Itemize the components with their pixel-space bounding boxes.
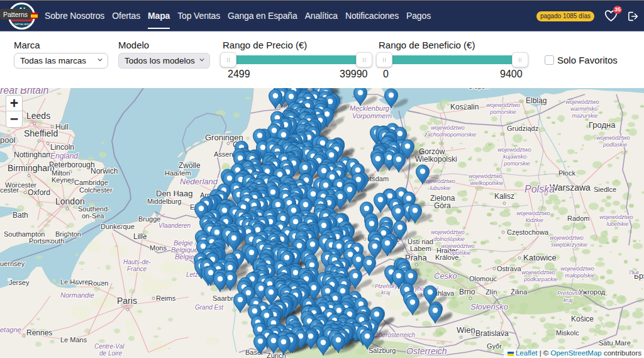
svg-text:Birmingham: Birmingham: [8, 163, 55, 173]
svg-text:Lincoln: Lincoln: [50, 143, 74, 152]
svg-text:podkarpackie: podkarpackie: [523, 276, 558, 282]
svg-text:województwo: województwo: [441, 243, 475, 249]
svg-text:Sheffield: Sheffield: [24, 128, 58, 138]
svg-text:województwo: województwo: [469, 173, 502, 179]
svg-text:Peterborough: Peterborough: [49, 160, 95, 169]
svg-text:Rouen: Rouen: [88, 279, 108, 287]
svg-text:Kalisz: Kalisz: [494, 192, 514, 201]
svg-text:opolskie: opolskie: [450, 250, 470, 256]
svg-text:świętokrzyskie: świętokrzyskie: [551, 242, 587, 248]
svg-text:Warszawa: Warszawa: [550, 182, 591, 193]
svg-text:Льв: Льв: [628, 269, 639, 276]
svg-text:Košice: Košice: [571, 315, 594, 323]
svg-text:Góra: Góra: [434, 201, 451, 210]
svg-text:Elbląg: Elbląg: [526, 96, 547, 105]
svg-text:Colchester: Colchester: [79, 186, 113, 194]
svg-text:Nederland: Nederland: [180, 177, 218, 186]
svg-text:Le Mans: Le Mans: [60, 336, 87, 344]
svg-text:Oxford: Oxford: [28, 188, 50, 197]
svg-text:de Loire: de Loire: [99, 350, 123, 357]
svg-text:Radom: Radom: [567, 215, 589, 222]
svg-text:Płock: Płock: [558, 169, 575, 177]
svg-text:Den Haag: Den Haag: [156, 189, 193, 198]
svg-text:Zlín: Zlín: [486, 288, 497, 296]
svg-text:mazurskie: mazurskie: [572, 113, 597, 119]
svg-text:Lille: Lille: [133, 232, 147, 241]
svg-text:Le Havre: Le Havre: [60, 278, 89, 286]
svg-text:łódzkie: łódzkie: [526, 217, 543, 223]
svg-text:Hauts-de-: Hauts-de-: [123, 259, 152, 266]
svg-text:województwo: województwo: [596, 135, 630, 141]
svg-text:Polska: Polska: [525, 184, 555, 194]
svg-text:województwo: województwo: [431, 229, 465, 235]
svg-text:Siedlce: Siedlce: [594, 186, 616, 193]
svg-text:wielkopolskie: wielkopolskie: [470, 180, 503, 186]
svg-text:Česko: Česko: [434, 271, 457, 281]
svg-text:etagne: etagne: [0, 326, 21, 333]
svg-text:Vlaanderen: Vlaanderen: [158, 222, 191, 229]
svg-text:Nottingham: Nottingham: [14, 150, 52, 159]
svg-text:lubelskie: lubelskie: [606, 221, 628, 227]
svg-text:województwo: województwo: [497, 147, 531, 153]
svg-text:Bath: Bath: [13, 211, 28, 220]
svg-text:uernsey: uernsey: [0, 260, 25, 267]
svg-text:Olomouc: Olomouc: [469, 275, 497, 282]
svg-text:Zwolle: Zwolle: [179, 161, 201, 170]
svg-text:Grudziądz: Grudziądz: [507, 125, 538, 132]
svg-text:Žilina: Žilina: [511, 288, 528, 296]
svg-text:Grand Est: Grand Est: [195, 304, 224, 311]
svg-text:Katowice: Katowice: [523, 253, 557, 262]
svg-text:województwo: województwo: [599, 214, 633, 220]
svg-text:Mecklenburg-: Mecklenburg-: [350, 104, 392, 112]
svg-text:Reims: Reims: [156, 294, 176, 302]
svg-text:województwo: województwo: [565, 99, 599, 105]
svg-text:województwo: województwo: [560, 266, 594, 272]
svg-text:Jersey: Jersey: [9, 279, 30, 286]
svg-text:zachodniopomorskie: zachodniopomorskie: [424, 131, 477, 138]
svg-text:Ostrava: Ostrava: [497, 265, 521, 272]
svg-text:Middelburg: Middelburg: [147, 198, 181, 205]
svg-text:podlaskie: podlaskie: [602, 142, 627, 148]
svg-text:warmińsko-: warmińsko-: [570, 106, 599, 112]
svg-text:Brugge: Brugge: [138, 215, 160, 223]
svg-text:województwo: województwo: [521, 269, 555, 276]
svg-text:cester: cester: [0, 186, 19, 194]
svg-text:Bratislava: Bratislava: [475, 329, 509, 338]
svg-text:Satu Mare: Satu Mare: [599, 339, 631, 347]
svg-text:pomorskie: pomorskie: [489, 109, 516, 115]
svg-text:kujawsko-: kujawsko-: [503, 154, 528, 160]
svg-text:France: France: [127, 266, 147, 272]
svg-text:Labem: Labem: [410, 245, 431, 252]
svg-text:on-Sea: on-Sea: [82, 212, 104, 220]
svg-text:małopolskie: małopolskie: [565, 272, 595, 279]
svg-text:dolnośląskie: dolnośląskie: [433, 236, 465, 242]
svg-text:Győr: Győr: [487, 342, 502, 350]
svg-text:Dunkerque: Dunkerque: [101, 223, 135, 230]
svg-text:Miskolc: Miskolc: [556, 329, 579, 337]
svg-text:Leeds: Leeds: [26, 111, 50, 121]
svg-text:Mons: Mons: [150, 244, 167, 252]
svg-text:Assen: Assen: [214, 150, 233, 158]
svg-text:England: England: [50, 152, 78, 160]
svg-text:pool: pool: [0, 135, 16, 145]
svg-text:kraj: kraj: [381, 289, 391, 296]
svg-text:Гродна: Гродна: [589, 120, 616, 130]
svg-text:Słupsk: Słupsk: [468, 88, 489, 90]
svg-text:pomorskie: pomorskie: [503, 160, 530, 167]
svg-text:Częstochowa: Częstochowa: [507, 228, 549, 236]
svg-text:Normandie: Normandie: [60, 291, 94, 299]
svg-text:Paris: Paris: [117, 296, 137, 306]
svg-text:Wielkopolski: Wielkopolski: [415, 155, 457, 164]
svg-text:lubuskie: lubuskie: [430, 185, 450, 191]
svg-text:Ужгород: Ужгород: [579, 288, 606, 296]
svg-text:województwo: województwo: [550, 235, 584, 241]
svg-text:kraj: kraj: [564, 297, 574, 303]
svg-text:województwo: województwo: [431, 125, 465, 131]
svg-text:Portsmouth: Portsmouth: [29, 237, 64, 245]
svg-text:Cambridge: Cambridge: [74, 179, 108, 186]
svg-text:Vorpommern: Vorpommern: [352, 112, 392, 120]
svg-text:województwo: województwo: [516, 210, 550, 216]
svg-text:Slovensko: Slovensko: [470, 302, 508, 311]
svg-text:Brno: Brno: [459, 288, 475, 296]
svg-text:Centre-Val: Centre-Val: [94, 343, 125, 350]
